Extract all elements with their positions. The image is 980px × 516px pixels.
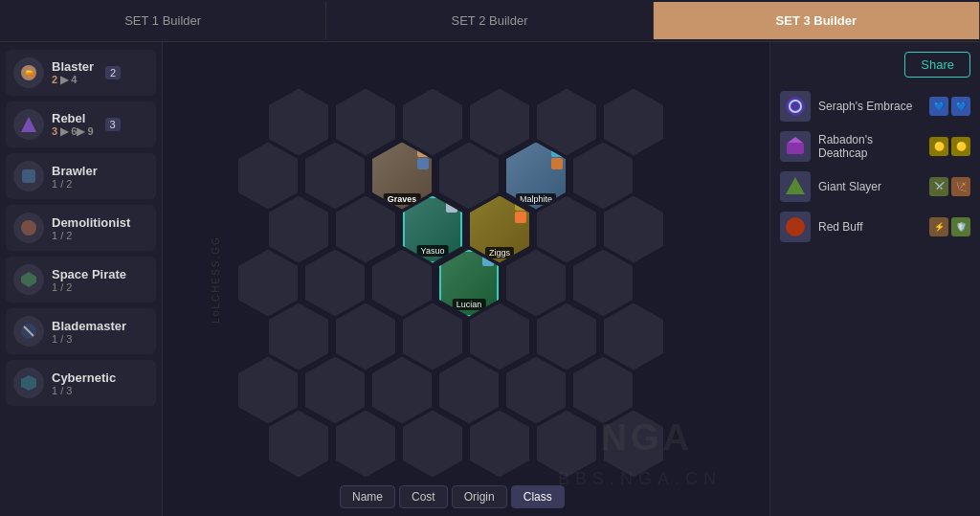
filter-name[interactable]: Name [340,485,395,508]
svg-marker-12 [788,137,803,143]
filter-origin[interactable]: Origin [452,485,507,508]
rabadon-name: Rabadon's Deathcap [818,133,922,160]
filter-class[interactable]: Class [511,485,565,508]
seraphs-components: 💙 💙 [929,97,970,116]
brawler-icon [13,161,44,191]
blaster-name: Blaster [52,59,94,74]
hex-7-4[interactable] [470,411,529,478]
red-buff-name: Red Buff [818,220,922,234]
seraphs-name: Seraph's Embrace [818,100,922,113]
red-buff-icon [780,212,811,242]
sidebar: 🔫 Blaster 2 ▶ 4 2 Rebel 3 ▶ 6▶ 9 3 Br [0,42,163,516]
seraphs-comp1: 💙 [929,97,948,116]
red-buff-components: ⚡ 🛡️ [929,217,970,236]
rabadon-icon [780,131,811,162]
blademaster-name: Blademaster [52,319,126,333]
cybernetic-count: 1 / 3 [52,385,116,396]
rabadon-comp1: 🟡 [929,137,948,156]
hex-grid: Graves Malphite [236,88,696,471]
seraphs-comp2: 💙 [951,97,970,116]
rebel-count: 3 ▶ 6▶ 9 [52,125,94,138]
trait-rebel[interactable]: Rebel 3 ▶ 6▶ 9 3 [6,101,156,147]
giant-slayer-comp2: 🏹 [951,177,970,196]
item-red-buff: Red Buff ⚡ 🛡️ [780,212,970,242]
nga-watermark: NGA [601,417,693,459]
blademaster-icon [13,316,44,347]
brawler-count: 1 / 2 [52,178,98,190]
rebel-name: Rebel [52,111,94,125]
item-rabadon: Rabadon's Deathcap 🟡 🟡 [780,131,970,162]
giant-slayer-components: ⚔️ 🏹 [929,177,970,196]
filter-bar: Name Cost Origin Class [340,485,565,508]
demolitionist-name: Demolitionist [52,215,130,230]
cybernetic-name: Cybernetic [52,370,116,385]
tab-set1[interactable]: SET 1 Builder [0,2,326,39]
tab-set2[interactable]: SET 2 Builder [326,2,653,39]
blademaster-count: 1 / 3 [52,333,126,345]
demolitionist-icon [13,213,44,243]
brawler-name: Brawler [52,164,98,178]
board-area: LoLCHESS.GG [163,42,769,516]
tab-set3[interactable]: SET 3 Builder [654,2,980,39]
share-button[interactable]: Share [904,52,970,78]
nga-sub-watermark: BBS.NGA.CN [558,469,722,489]
main-layout: 🔫 Blaster 2 ▶ 4 2 Rebel 3 ▶ 6▶ 9 3 Br [0,42,980,516]
svg-marker-5 [21,272,36,287]
hex-7-3[interactable] [403,411,462,478]
svg-point-14 [786,217,805,236]
item-seraphs: Seraph's Embrace 💙 💙 [780,91,970,122]
space-pirate-name: Space Pirate [52,267,126,281]
trait-cybernetic[interactable]: Cybernetic 1 / 3 [6,360,156,406]
svg-text:🔫: 🔫 [24,68,35,79]
svg-marker-13 [786,177,805,194]
rebel-badge: 3 [105,118,121,131]
red-buff-comp1: ⚡ [929,217,948,236]
item-giant-slayer: Giant Slayer ⚔️ 🏹 [780,171,970,202]
right-panel: Share Seraph's Embrace 💙 💙 Rabadon's Dea… [769,42,980,516]
filter-cost[interactable]: Cost [399,485,448,508]
space-pirate-count: 1 / 2 [52,281,126,293]
seraphs-icon [780,91,811,122]
blaster-icon: 🔫 [13,57,44,88]
svg-rect-11 [787,143,804,154]
header-tabs: SET 1 Builder SET 2 Builder SET 3 Builde… [0,0,980,42]
giant-slayer-icon [780,171,811,202]
blaster-badge: 2 [105,66,121,79]
trait-blaster[interactable]: 🔫 Blaster 2 ▶ 4 2 [6,50,156,96]
svg-marker-2 [21,117,36,132]
svg-rect-3 [22,169,35,183]
trait-blademaster[interactable]: Blademaster 1 / 3 [6,308,156,354]
svg-point-4 [21,220,36,236]
hex-7-2[interactable] [336,411,395,478]
hex-7-1[interactable] [269,411,328,478]
hex-7-5[interactable] [537,411,596,478]
trait-space-pirate[interactable]: Space Pirate 1 / 2 [6,257,156,303]
trait-brawler[interactable]: Brawler 1 / 2 [6,153,156,199]
rebel-icon [13,109,44,140]
rabadon-comp2: 🟡 [951,137,970,156]
trait-demolitionist[interactable]: Demolitionist 1 / 2 [6,205,156,251]
blaster-count: 2 ▶ 4 [52,74,94,86]
demolitionist-count: 1 / 2 [52,230,130,241]
watermark-side: LoLCHESS.GG [211,236,221,323]
cybernetic-icon [13,368,44,398]
svg-marker-8 [21,375,36,391]
rabadon-components: 🟡 🟡 [929,137,970,156]
giant-slayer-name: Giant Slayer [818,180,922,193]
giant-slayer-comp1: ⚔️ [929,177,948,196]
space-pirate-icon [13,264,44,295]
red-buff-comp2: 🛡️ [951,217,970,236]
